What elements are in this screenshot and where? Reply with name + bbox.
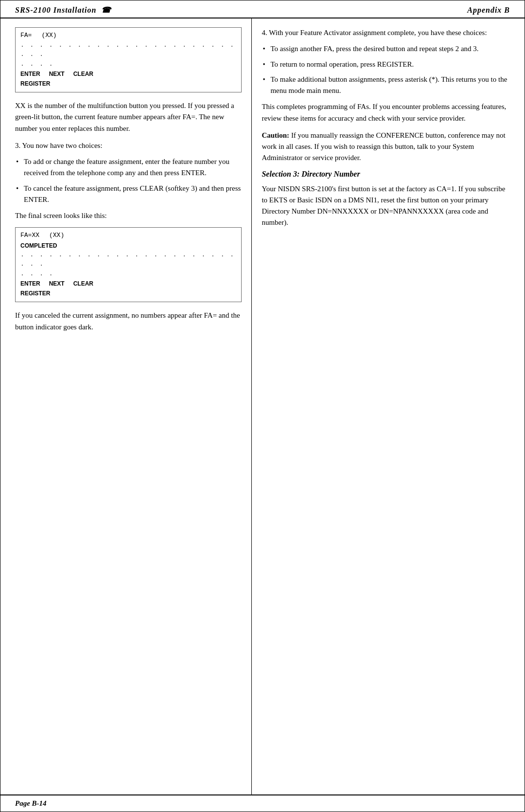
bullet-2b: To return to normal operation, press REG… — [262, 59, 510, 70]
header-left-text: SRS-2100 Installation — [15, 6, 96, 14]
softkey-enter-1: ENTER — [20, 70, 40, 78]
completes-text: This completes programming of FAs. If yo… — [262, 101, 510, 124]
page-body: FA= (XX) . . . . . . . . . . . . . . . .… — [0, 18, 525, 794]
page-number: Page B-14 — [15, 799, 47, 807]
page-footer: Page B-14 — [0, 794, 525, 812]
screen-box-2: FA=XX (XX) COMPLETED . . . . . . . . . .… — [15, 227, 242, 302]
bullets-list-1: To add or change the feature assignment,… — [15, 156, 242, 205]
softkey-clear-2: CLEAR — [73, 279, 93, 288]
page: SRS-2100 Installation ☎ Appendix B FA= (… — [0, 0, 525, 812]
section-heading: Selection 3: Directory Number — [262, 170, 510, 179]
caution-text: If you manually reassign the CONFERENCE … — [262, 131, 505, 162]
bullets-list-2: To assign another FA, press the desired … — [262, 43, 510, 96]
xx-label-2: (XX) — [49, 231, 64, 240]
bullet-2c: To make additional button assignments, p… — [262, 74, 510, 97]
xx-label: (XX) — [41, 31, 56, 40]
left-column: FA= (XX) . . . . . . . . . . . . . . . .… — [0, 18, 252, 794]
fa-label: FA= — [20, 31, 32, 40]
register-row-2: REGISTER — [20, 289, 236, 298]
softkey-enter-2: ENTER — [20, 279, 40, 288]
after-screen-text: If you canceled the current assignment, … — [15, 310, 242, 333]
dots-short-1: . . . . — [20, 59, 236, 69]
bullet-1b: To cancel the feature assignment, press … — [15, 183, 242, 206]
screen-row-2: FA=XX (XX) — [20, 231, 236, 240]
bullet-2a: To assign another FA, press the desired … — [262, 43, 510, 54]
section-text: Your NISDN SRS-2100's first button is se… — [262, 183, 510, 229]
softkey-clear-1: CLEAR — [73, 70, 93, 78]
softkeys-row-2: ENTER NEXT CLEAR — [20, 279, 236, 288]
fa-xx-label: FA=XX — [20, 231, 39, 240]
header-title-left: SRS-2100 Installation ☎ — [15, 5, 111, 15]
caution-block: Caution: If you manually reassign the CO… — [262, 130, 510, 164]
dots-line-2: . . . . . . . . . . . . . . . . . . . . … — [20, 250, 236, 269]
phone-icon: ☎ — [101, 6, 111, 14]
page-header: SRS-2100 Installation ☎ Appendix B — [0, 0, 525, 18]
screen-box-1: FA= (XX) . . . . . . . . . . . . . . . .… — [15, 27, 242, 92]
register-row-1: REGISTER — [20, 79, 236, 88]
completed-row: COMPLETED — [20, 241, 236, 250]
screen-row-1: FA= (XX) — [20, 31, 236, 40]
header-title-right: Appendix B — [467, 6, 510, 15]
softkey-next-2: NEXT — [49, 279, 65, 288]
softkey-next-1: NEXT — [49, 70, 65, 78]
softkeys-row-1: ENTER NEXT CLEAR — [20, 70, 236, 78]
final-screen-label: The final screen looks like this: — [15, 210, 242, 221]
intro-text: XX is the number of the multifunction bu… — [15, 100, 242, 134]
item-3: 3. You now have two choices: To add or c… — [15, 140, 242, 205]
right-column: 4. With your Feature Activator assignmen… — [252, 18, 525, 794]
item-4: 4. With your Feature Activator assignmen… — [262, 27, 510, 96]
caution-label: Caution: — [262, 131, 289, 139]
bullet-1a: To add or change the feature assignment,… — [15, 156, 242, 179]
dots-line-1: . . . . . . . . . . . . . . . . . . . . … — [20, 40, 236, 59]
dots-short-2: . . . . — [20, 269, 236, 279]
